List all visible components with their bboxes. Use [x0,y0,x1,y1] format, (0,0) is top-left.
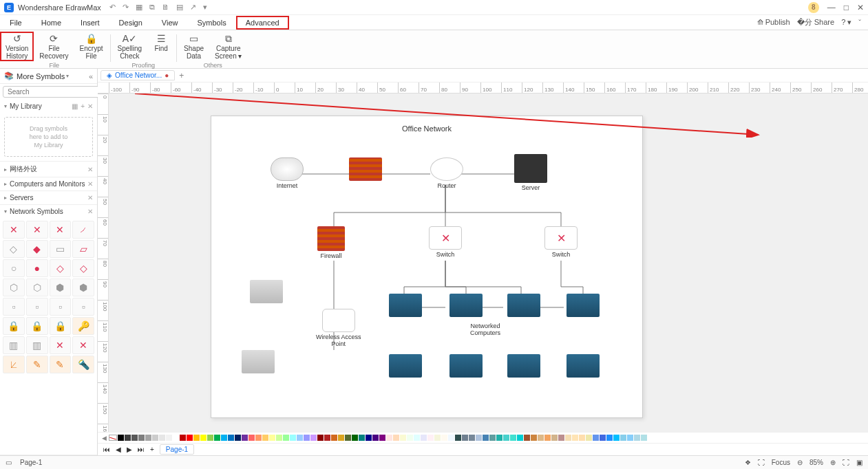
color-swatch[interactable] [620,435,626,441]
color-swatch[interactable] [255,435,262,441]
symbol-item[interactable]: ◇ [3,240,25,258]
color-swatch[interactable] [207,435,213,441]
qat-icon[interactable]: ▦ [136,3,142,12]
encrypt-file-button[interactable]: 🔒 EncryptFile [74,32,109,61]
color-swatch[interactable] [200,435,207,441]
qat-icon[interactable]: ⧉ [149,3,155,12]
symbol-item[interactable]: ▫ [50,298,72,316]
symbol-item[interactable]: 🔒 [3,317,25,335]
color-swatch[interactable] [503,435,509,441]
qat-icon[interactable]: ↗ [190,3,196,12]
symbol-item[interactable]: ✕ [50,221,72,239]
color-swatch[interactable] [228,435,234,441]
firewall-icon[interactable] [317,226,345,251]
file-recovery-button[interactable]: ⟳ FileRecovery [34,32,74,61]
symbol-item[interactable]: 🔒 [50,317,72,335]
section-peripherals[interactable]: ▸ 网络外设 ✕ [0,162,97,177]
section-network-symbols[interactable]: ▾ Network Symbols ✕ [0,205,97,218]
color-swatch[interactable] [558,435,564,441]
color-swatch[interactable] [551,435,558,441]
pc-icon[interactable] [389,294,422,317]
color-swatch[interactable] [600,435,606,441]
last-page-icon[interactable]: ⏭ [138,446,145,453]
color-swatch[interactable] [414,435,420,441]
pc-icon[interactable] [507,294,540,317]
menu-view[interactable]: View [152,16,188,30]
minimize-button[interactable]: — [827,3,836,12]
add-section-icon[interactable]: ▦ [72,102,78,110]
color-swatch[interactable] [331,435,337,441]
color-swatch[interactable] [193,435,200,441]
color-swatch[interactable] [434,435,441,441]
symbol-item[interactable]: ▱ [72,240,94,258]
plus-icon[interactable]: + [81,102,85,110]
new-tab-button[interactable]: + [179,71,184,80]
menu-home[interactable]: Home [32,16,71,30]
symbol-item[interactable]: ◆ [26,240,48,258]
switch-icon[interactable] [429,226,462,250]
symbol-item[interactable]: 🔒 [26,317,48,335]
redo-icon[interactable]: ↷ [123,3,129,12]
laptop-icon[interactable] [242,350,275,373]
symbol-item[interactable]: ✕ [26,221,48,239]
symbol-item[interactable]: ▭ [50,240,72,258]
next-page-icon[interactable]: ▶ [127,446,132,453]
library-dropzone[interactable]: Drag symbolshere to add toMy Library [4,117,93,157]
color-swatch[interactable] [235,435,241,441]
menu-symbols[interactable]: Symbols [188,16,236,30]
symbol-item[interactable]: ▥ [26,336,48,354]
firewall-icon[interactable] [349,157,382,181]
color-swatch[interactable] [593,435,599,441]
symbol-item[interactable]: ⬡ [26,279,48,296]
prev-page-icon[interactable]: ◀ [116,446,121,453]
find-button[interactable]: ☰ Find [147,32,175,54]
color-swatch[interactable] [613,435,620,441]
close-button[interactable]: ✕ [857,3,864,12]
color-swatch[interactable] [297,435,303,441]
color-swatch[interactable] [290,435,296,441]
switch-icon[interactable] [544,226,578,250]
color-swatch[interactable] [510,435,516,441]
symbol-item[interactable]: 🔑 [72,317,94,335]
color-swatch[interactable] [269,435,275,441]
color-swatch[interactable] [214,435,220,441]
capture-screen-button[interactable]: ⧉ CaptureScreen ▾ [209,32,247,61]
color-swatch[interactable] [627,435,633,441]
color-swatch[interactable] [324,435,330,441]
cloud-icon[interactable] [271,157,304,181]
color-swatch[interactable] [345,435,351,441]
color-swatch[interactable] [441,435,447,441]
undo-icon[interactable]: ↶ [109,3,116,12]
focus-icon[interactable]: ⛶ [758,459,765,466]
pc-icon[interactable] [389,354,422,378]
document-tab[interactable]: ◈ Office Networ... ● [100,70,175,80]
color-swatch[interactable] [489,435,496,441]
router-icon[interactable] [430,157,463,181]
color-swatch[interactable] [187,435,193,441]
close-section-icon[interactable]: ✕ [87,194,93,201]
menu-file[interactable]: File [0,16,32,30]
section-servers[interactable]: ▸ Servers ✕ [0,191,97,204]
symbol-item[interactable]: ▥ [3,336,25,354]
color-swatch[interactable] [145,435,151,441]
help-icon[interactable]: ? ▾ [841,18,851,27]
color-swatch[interactable] [407,435,413,441]
no-fill-swatch[interactable] [109,435,117,441]
color-swatch[interactable] [400,435,406,441]
color-swatch[interactable] [427,435,434,441]
laptop-icon[interactable] [250,280,283,303]
menu-advanced[interactable]: Advanced [236,16,289,30]
color-swatch[interactable] [366,435,372,441]
color-swatch[interactable] [352,435,358,441]
palette-prev-icon[interactable]: ◀ [100,435,108,441]
symbol-item[interactable]: ⬡ [3,279,25,296]
section-computers[interactable]: ▸ Computers and Monitors ✕ [0,177,97,190]
page-outline-icon[interactable]: ▭ [6,459,12,466]
color-swatch[interactable] [544,435,551,441]
color-swatch[interactable] [483,435,489,441]
color-swatch[interactable] [310,435,317,441]
add-page-icon[interactable]: + [150,446,154,453]
pc-icon[interactable] [449,354,483,378]
symbol-item[interactable]: ⟋ [72,221,94,239]
drawing-page[interactable]: Office Network [211,116,643,418]
